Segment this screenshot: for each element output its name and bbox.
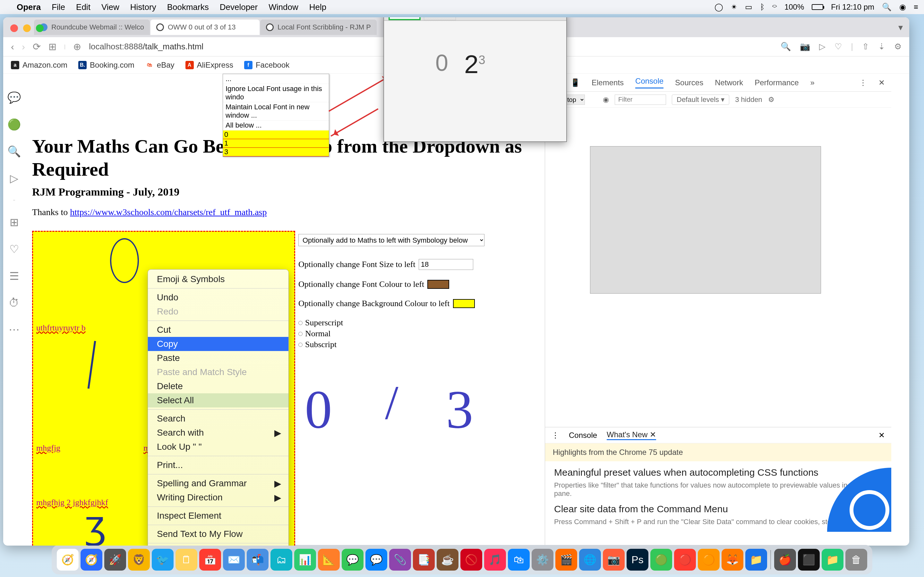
status-clock[interactable]: Fri 12:10 pm	[831, 3, 874, 11]
eye-icon[interactable]: ◉	[603, 95, 609, 104]
log-level-select[interactable]: Default levels ▾	[672, 95, 729, 105]
bgcolor-swatch[interactable]	[453, 299, 475, 308]
dock-app-icon[interactable]: 📬	[247, 549, 268, 571]
app-name[interactable]: Opera	[17, 2, 41, 12]
thanks-link[interactable]: https://www.w3schools.com/charsets/ref_u…	[70, 207, 267, 217]
dock-app-icon[interactable]: 🔴	[674, 549, 696, 571]
menu-help[interactable]: Help	[309, 2, 326, 12]
dropdown-option[interactable]: Maintain Local Font in new window ...	[223, 102, 329, 121]
dt-menu-icon[interactable]: ⋮	[859, 78, 867, 87]
dock-app-icon[interactable]: 🟠	[698, 549, 720, 571]
subscript-radio[interactable]: Subscript	[298, 340, 504, 350]
fontsize-input[interactable]	[419, 259, 473, 270]
downloads-icon[interactable]: ⇣	[878, 42, 885, 52]
browser-tab[interactable]: Roundcube Webmail :: Welco	[34, 19, 150, 35]
context-menu-item[interactable]: Search	[148, 412, 288, 426]
dock-app-icon[interactable]: 🍎	[774, 549, 796, 571]
speed-dial-icon[interactable]: ⊞	[48, 41, 57, 52]
fontcolor-swatch[interactable]	[427, 280, 449, 289]
dock-app-icon[interactable]: 🚀	[104, 549, 126, 571]
bookmark-item[interactable]: fFacebook	[244, 61, 289, 69]
superscript-radio[interactable]: Superscript	[298, 318, 504, 327]
context-menu-item[interactable]: Paste	[148, 351, 288, 365]
dock-app-icon[interactable]: 💬	[365, 549, 387, 571]
status-avast-icon[interactable]: ✴	[731, 3, 737, 11]
device-toggle-icon[interactable]: 📱	[570, 78, 580, 87]
site-info-icon[interactable]: ⊕	[73, 41, 81, 52]
dropdown-option[interactable]: ...	[223, 74, 329, 84]
context-menu-item[interactable]: Delete	[148, 379, 288, 393]
dock-app-icon[interactable]: 🎬	[556, 549, 577, 571]
close-window-button[interactable]	[10, 24, 18, 32]
dock-app-icon[interactable]: ⬛	[798, 549, 820, 571]
context-menu-item[interactable]: Print...	[148, 458, 288, 472]
drawer-tab-whatsnew[interactable]: What's New ✕	[607, 430, 656, 440]
dt-tab-network[interactable]: Network	[715, 78, 743, 87]
canvas-text[interactable]: mhgfjg	[36, 443, 60, 453]
dock-app-icon[interactable]: ✉️	[223, 549, 245, 571]
send-to-flow-icon[interactable]: ▷	[819, 42, 825, 52]
dock-app-icon[interactable]: 🟢	[650, 549, 672, 571]
menu-developer[interactable]: Developer	[220, 2, 258, 12]
new-tab-button[interactable]: ▾	[898, 22, 903, 33]
snapshot-icon[interactable]: 📷	[800, 42, 810, 52]
menu-view[interactable]: View	[102, 2, 120, 12]
dock-app-icon[interactable]: 🧭	[81, 549, 102, 571]
context-menu-item[interactable]: Look Up " "	[148, 440, 288, 454]
dock-app-icon[interactable]: 📐	[318, 549, 340, 571]
minimize-window-button[interactable]	[23, 24, 31, 32]
context-menu-item[interactable]: Search with▶	[148, 426, 288, 440]
menu-edit[interactable]: Edit	[76, 2, 90, 12]
status-wifi-icon[interactable]: ⌔	[772, 3, 777, 11]
notification-center-icon[interactable]: ≡	[914, 3, 918, 11]
share-icon[interactable]: ⇧	[862, 42, 869, 52]
reload-button[interactable]: ⟳	[33, 41, 41, 52]
context-menu-item[interactable]: Send Text to My Flow	[148, 527, 288, 541]
context-menu-item[interactable]: Paste and Match Style	[148, 365, 288, 379]
menu-history[interactable]: History	[130, 2, 156, 12]
dock-app-icon[interactable]: 📊	[294, 549, 316, 571]
preview-thumb-selected[interactable]	[389, 17, 421, 20]
status-bluetooth-icon[interactable]: ᛒ	[760, 3, 764, 11]
dock-app-icon[interactable]: ☕	[437, 549, 459, 571]
dt-more-tabs-icon[interactable]: »	[811, 78, 814, 87]
preview-popup-window[interactable]: 0 23	[383, 17, 567, 142]
dt-tab-elements[interactable]: Elements	[591, 78, 624, 87]
bookmark-item[interactable]: AAliExpress	[186, 61, 233, 69]
menu-file[interactable]: File	[52, 2, 65, 12]
bookmark-item[interactable]: B.Booking.com	[78, 61, 134, 69]
dock-app-icon[interactable]: 🐦	[152, 549, 174, 571]
context-menu-item[interactable]: Writing Direction▶	[148, 490, 288, 504]
console-filter-input[interactable]	[615, 95, 666, 105]
console-settings-icon[interactable]: ⚙	[768, 95, 774, 104]
dropdown-option[interactable]: 3	[223, 148, 329, 156]
normal-radio[interactable]: Normal	[298, 329, 504, 338]
dock-app-icon[interactable]: 📁	[745, 549, 767, 571]
spotlight-icon[interactable]: 🔍	[882, 3, 892, 11]
menu-bookmarks[interactable]: Bookmarks	[167, 2, 209, 12]
dock-app-icon[interactable]: 🎵	[484, 549, 506, 571]
dock-app-icon[interactable]: 🦊	[722, 549, 743, 571]
bookmark-item[interactable]: 🛍eBay	[145, 61, 174, 69]
context-menu-item[interactable]: Speech▶	[148, 545, 288, 546]
dropdown-option[interactable]: 0	[223, 131, 329, 139]
forward-button[interactable]: ›	[22, 41, 25, 52]
dock-app-icon[interactable]: 📎	[389, 549, 411, 571]
context-menu-item[interactable]: Undo	[148, 290, 288, 305]
devtools-close-icon[interactable]: ✕	[879, 78, 885, 87]
favorite-icon[interactable]: ♡	[835, 42, 842, 52]
dropdown-option[interactable]: All below ...	[223, 121, 329, 131]
dropdown-option[interactable]: 1	[223, 139, 329, 148]
drawer-tab-console[interactable]: Console	[569, 431, 597, 440]
dock-app-icon[interactable]: 🌐	[579, 549, 601, 571]
dock-app-icon[interactable]: 🗂	[270, 549, 292, 571]
dock-app-icon[interactable]: 🦁	[128, 549, 150, 571]
dock-app-icon[interactable]: 🗒	[176, 549, 197, 571]
context-menu-item[interactable]: Cut	[148, 323, 288, 337]
dock-app-icon[interactable]: ⚙️	[531, 549, 553, 571]
preview-thumb[interactable]	[424, 17, 456, 20]
console-body[interactable]	[545, 108, 891, 427]
dock-app-icon[interactable]: Ps	[627, 549, 648, 571]
drawer-close-icon[interactable]: ✕	[879, 431, 885, 440]
hidden-count[interactable]: 3 hidden	[735, 95, 762, 104]
